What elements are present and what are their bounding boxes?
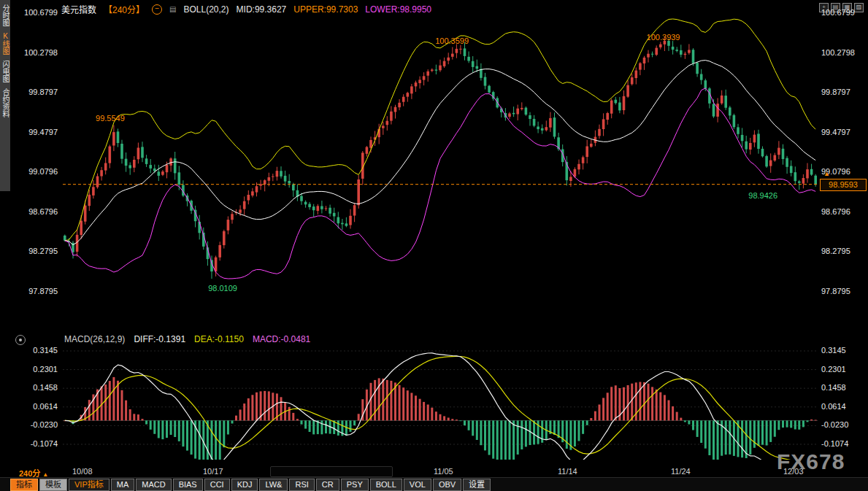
axis-label: 99.8797 <box>821 88 850 96</box>
axis-label: 100.6799 <box>821 8 855 17</box>
period-label: 【240分】 <box>104 3 145 15</box>
toolbar-tab-10[interactable]: CR <box>316 479 339 491</box>
axis-label: 100.6799 <box>24 8 58 17</box>
axis-label: 0.3145 <box>33 346 58 355</box>
axis-label: 98.6796 <box>821 207 850 216</box>
toolbar-tab-7[interactable]: KDJ <box>231 479 258 491</box>
axis-label: 0.0614 <box>33 402 58 411</box>
sidebar-item-3[interactable]: 合约资料 <box>1 88 9 117</box>
axis-label: 98.6796 <box>28 207 58 216</box>
axis-label: -0.1074 <box>821 439 848 448</box>
axis-label: -0.1074 <box>31 439 58 448</box>
chart-type-sidebar: 分时图K线图闪电图合约资料 <box>0 0 10 191</box>
axis-label: 0.1458 <box>821 383 846 392</box>
price-axis-right: 100.6799100.279899.879799.479799.079698.… <box>819 0 867 491</box>
toolbar-tab-11[interactable]: PSY <box>341 479 369 491</box>
indicator-badge-icon: ▤ <box>169 5 176 13</box>
price-arrow-icon: ▲ <box>823 170 830 177</box>
trading-app-window: 分时图K线图闪电图合约资料 美元指数 【240分】 − ▤ BOLL(20,2)… <box>0 0 868 491</box>
axis-label: 0.3145 <box>821 346 846 355</box>
toolbar-tab-0[interactable]: 指标 <box>10 479 38 491</box>
axis-label: 0.1458 <box>33 383 58 392</box>
date-label: 10/08 <box>72 467 93 476</box>
axis-label: 97.8795 <box>821 287 850 295</box>
sidebar-item-1[interactable]: K线图 <box>1 32 9 55</box>
toolbar-tab-3[interactable]: MA <box>111 479 135 491</box>
axis-label: -0.0230 <box>821 420 848 429</box>
boll-upper-value: UPPER:99.7303 <box>293 4 358 15</box>
toolbar-tab-2[interactable]: VIP指标 <box>69 479 110 491</box>
axis-label: 98.2795 <box>821 247 850 255</box>
chart-header: 美元指数 【240分】 − ▤ BOLL(20,2) MID:99.3627 U… <box>61 3 431 15</box>
macd-chart[interactable] <box>63 343 818 460</box>
toolbar-tab-5[interactable]: BIAS <box>173 479 203 491</box>
toolbar-tab-4[interactable]: MACD <box>136 479 171 491</box>
indicator-toolbar-row: 指标模板VIP指标MAMACDBIASCCIKDJLW&RSICRPSYBOLL… <box>0 477 868 491</box>
toolbar-tab-13[interactable]: VOL <box>404 479 431 491</box>
axis-label: 98.2795 <box>28 247 58 255</box>
boll-params-label: BOLL(20,2) <box>184 4 229 15</box>
axis-label: 99.4797 <box>28 128 58 136</box>
axis-label: 0.0614 <box>821 402 846 411</box>
watermark: FX678 <box>777 449 845 474</box>
axis-label: 0.2301 <box>821 365 846 374</box>
date-label: 11/14 <box>558 467 577 476</box>
axis-label: 97.8795 <box>28 287 58 295</box>
axis-label: -0.0230 <box>31 420 58 429</box>
axis-label: 0.2301 <box>33 365 58 374</box>
macd-collapse-icon[interactable] <box>15 335 26 345</box>
date-label: 10/17 <box>203 467 223 476</box>
toolbar-tab-9[interactable]: RSI <box>289 479 314 491</box>
time-axis: 10/0810/1711/0511/1411/2412/03 <box>63 467 818 477</box>
axis-label: 99.4797 <box>821 128 850 136</box>
toolbar-tab-15[interactable]: 设置 <box>463 479 491 491</box>
toolbar-tab-1[interactable]: 模板 <box>39 479 67 491</box>
last-price-badge: 98.9593 <box>820 179 867 191</box>
toolbar-tab-14[interactable]: OBV <box>433 479 461 491</box>
indicator-toolbar: 指标模板VIP指标MAMACDBIASCCIKDJLW&RSICRPSYBOLL… <box>10 479 868 491</box>
boll-lower-value: LOWER:98.9950 <box>365 4 431 15</box>
axis-label: 100.2798 <box>821 48 855 57</box>
date-label: 11/05 <box>434 467 453 476</box>
symbol-title: 美元指数 <box>61 3 96 15</box>
toolbar-tab-12[interactable]: BOLL <box>370 479 402 491</box>
candlestick-svg <box>63 16 818 332</box>
sidebar-item-2[interactable]: 闪电图 <box>1 61 9 82</box>
axis-label: 99.8797 <box>28 88 58 96</box>
macd-svg <box>63 343 818 460</box>
sidebar-item-0[interactable]: 分时图 <box>1 4 9 26</box>
date-label: 11/24 <box>671 467 691 476</box>
axis-label: 99.0796 <box>28 167 58 176</box>
candlestick-chart[interactable]: 99.5549100.3599100.393998.010998.9426 <box>63 16 818 332</box>
boll-mid-value: MID:99.3627 <box>237 4 287 15</box>
axis-label: 100.2798 <box>24 48 58 57</box>
price-axis-left: 100.6799100.279899.879799.479799.079698.… <box>10 0 60 491</box>
scrollbar-thumb[interactable] <box>270 466 393 477</box>
zoom-out-icon[interactable]: − <box>152 4 162 15</box>
toolbar-tab-8[interactable]: LW& <box>259 479 288 491</box>
toolbar-tab-6[interactable]: CCI <box>204 479 230 491</box>
